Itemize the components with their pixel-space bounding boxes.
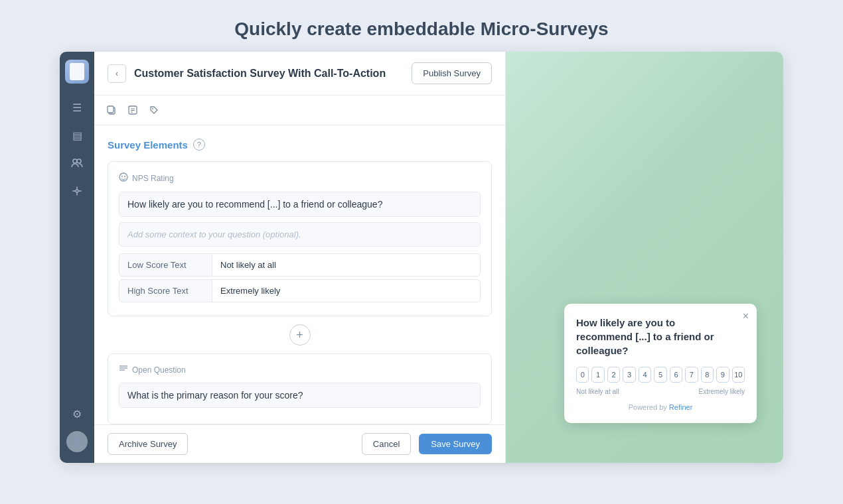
- high-score-row: High Score Text Extremely likely: [119, 279, 481, 302]
- nps-num-7[interactable]: 7: [685, 367, 698, 383]
- preview-widget: × How likely are you to recommend [...] …: [564, 304, 757, 423]
- survey-elements-header: Survey Elements ?: [108, 139, 492, 151]
- survey-area[interactable]: Survey Elements ?: [94, 125, 505, 424]
- sidebar: ☰ ▤ ⚙: [60, 52, 94, 463]
- left-panel: ‹ Customer Satisfaction Survey With Call…: [94, 52, 506, 463]
- widget-close-button[interactable]: ×: [743, 310, 749, 322]
- svg-point-3: [74, 437, 80, 442]
- nps-scale: 012345678910: [576, 367, 745, 383]
- svg-point-1: [77, 159, 81, 163]
- low-score-row: Low Score Text Not likely at all: [119, 253, 481, 277]
- survey-elements-title: Survey Elements: [108, 139, 188, 151]
- nps-num-8[interactable]: 8: [701, 367, 714, 383]
- nps-num-10[interactable]: 10: [732, 367, 745, 383]
- nps-num-9[interactable]: 9: [716, 367, 729, 383]
- low-score-label: Low Score Text: [119, 254, 212, 276]
- nps-question[interactable]: How likely are you to recommend [...] to…: [119, 192, 481, 217]
- sidebar-item-users[interactable]: [65, 151, 89, 175]
- settings-icon[interactable]: ⚙: [65, 402, 89, 426]
- low-score-value[interactable]: Not likely at all: [212, 254, 480, 276]
- refiner-link[interactable]: Refiner: [669, 403, 692, 411]
- nps-icon: [119, 172, 128, 184]
- back-button[interactable]: ‹: [108, 64, 126, 83]
- nps-num-5[interactable]: 5: [654, 367, 666, 383]
- sidebar-item-integrations[interactable]: [65, 179, 89, 203]
- nps-num-0[interactable]: 0: [576, 367, 589, 383]
- open-question-type-text: Open Question: [132, 365, 186, 375]
- nps-high-label: Extremely likely: [699, 388, 745, 395]
- nps-type-label: NPS Rating: [119, 172, 481, 184]
- nps-low-label: Not likely at all: [576, 388, 619, 395]
- svg-point-0: [73, 159, 77, 163]
- copy-icon[interactable]: [102, 101, 121, 119]
- open-question-card: Open Question What is the primary reason…: [108, 353, 492, 424]
- svg-rect-5: [108, 106, 114, 113]
- nps-type-text: NPS Rating: [132, 174, 174, 183]
- survey-title: Customer Satisfaction Survey With Call-T…: [134, 68, 404, 80]
- cancel-button[interactable]: Cancel: [362, 433, 411, 455]
- nps-context[interactable]: Add some context to your question (optio…: [119, 222, 481, 247]
- nps-num-1[interactable]: 1: [591, 367, 604, 383]
- nps-num-6[interactable]: 6: [670, 367, 682, 383]
- open-question-type-label: Open Question: [119, 365, 481, 375]
- sidebar-item-menu[interactable]: ☰: [65, 95, 89, 119]
- editor-toolbar: [94, 95, 505, 125]
- open-question-icon: [119, 365, 128, 375]
- add-element-button[interactable]: +: [289, 324, 311, 346]
- main-content: ‹ Customer Satisfaction Survey With Call…: [94, 52, 783, 463]
- svg-point-12: [121, 176, 123, 177]
- widget-question: How likely are you to recommend [...] to…: [576, 316, 745, 357]
- nps-card: NPS Rating How likely are you to recomme…: [108, 161, 492, 316]
- tag-icon[interactable]: [145, 101, 163, 119]
- publish-button[interactable]: Publish Survey: [412, 62, 492, 84]
- avatar[interactable]: [66, 431, 88, 452]
- sidebar-nav: ☰ ▤: [60, 95, 94, 402]
- logo-inner: [70, 63, 84, 80]
- powered-by: Powered by Refiner: [576, 403, 745, 411]
- archive-button[interactable]: Archive Survey: [108, 433, 188, 455]
- high-score-value[interactable]: Extremely likely: [212, 280, 480, 302]
- nps-num-4[interactable]: 4: [639, 367, 651, 383]
- nps-num-2[interactable]: 2: [607, 367, 620, 383]
- help-icon[interactable]: ?: [193, 139, 205, 151]
- svg-point-10: [152, 108, 153, 109]
- high-score-label: High Score Text: [119, 280, 212, 302]
- sidebar-item-list[interactable]: ▤: [65, 123, 89, 147]
- page-title: Quickly create embeddable Micro-Surveys: [234, 0, 608, 52]
- app-logo[interactable]: [65, 60, 89, 84]
- nps-num-3[interactable]: 3: [623, 367, 635, 383]
- list-icon[interactable]: [123, 101, 142, 119]
- nps-labels: Not likely at all Extremely likely: [576, 388, 745, 395]
- save-button[interactable]: Save Survey: [419, 434, 492, 454]
- editor-footer: Archive Survey Cancel Save Survey: [94, 424, 505, 463]
- preview-panel: × How likely are you to recommend [...] …: [506, 52, 783, 463]
- app-container: ☰ ▤ ⚙: [60, 52, 783, 463]
- svg-point-13: [124, 176, 125, 177]
- open-question-text[interactable]: What is the primary reason for your scor…: [119, 383, 481, 408]
- svg-point-2: [76, 190, 78, 192]
- editor-header: ‹ Customer Satisfaction Survey With Call…: [94, 52, 505, 95]
